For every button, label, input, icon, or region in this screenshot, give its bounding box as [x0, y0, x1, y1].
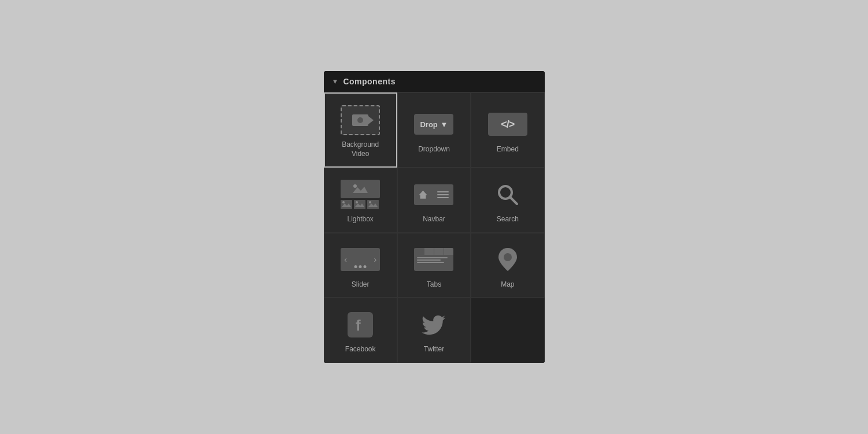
twitter-icon: [413, 309, 454, 340]
components-panel: ▼ Components BackgroundVideo Drop ▼: [324, 71, 545, 363]
facebook-icon: f: [340, 309, 381, 340]
svg-rect-3: [341, 200, 352, 209]
component-map[interactable]: Map: [471, 233, 544, 298]
svg-point-2: [353, 184, 357, 188]
home-icon: [419, 191, 427, 199]
slider-label: Slider: [352, 280, 370, 290]
component-facebook[interactable]: f Facebook: [324, 298, 397, 363]
lightbox-main-svg: [349, 181, 371, 196]
collapse-arrow-icon[interactable]: ▼: [332, 77, 339, 86]
panel-title: Components: [343, 77, 396, 86]
component-embed[interactable]: </> Embed: [471, 92, 544, 168]
svg-rect-6: [354, 200, 365, 209]
svg-point-14: [504, 253, 512, 261]
component-tabs[interactable]: Tabs: [397, 233, 471, 298]
panel-header: ▼ Components: [324, 71, 545, 92]
embed-icon: </>: [487, 109, 528, 140]
component-search[interactable]: Search: [471, 168, 544, 233]
component-background-video[interactable]: BackgroundVideo: [324, 92, 397, 168]
components-grid: BackgroundVideo Drop ▼ Dropdown </> Embe…: [324, 92, 545, 363]
search-icon: [495, 182, 520, 207]
map-label: Map: [501, 280, 514, 290]
component-navbar[interactable]: Navbar: [397, 168, 471, 233]
component-dropdown[interactable]: Drop ▼ Dropdown: [397, 92, 471, 168]
svg-rect-9: [367, 200, 379, 209]
svg-point-8: [356, 201, 358, 203]
svg-point-11: [369, 201, 371, 203]
component-lightbox[interactable]: Lightbox: [324, 168, 397, 233]
search-label: Search: [497, 215, 519, 224]
facebook-logo-icon: f: [348, 312, 373, 337]
svg-rect-0: [349, 181, 371, 196]
thumb2-svg: [354, 200, 365, 209]
navbar-icon: [413, 179, 454, 210]
embed-label: Embed: [497, 145, 519, 154]
twitter-label: Twitter: [424, 345, 444, 354]
background-video-icon: [340, 104, 381, 136]
svg-text:f: f: [356, 317, 361, 334]
search-icon-wrap: [487, 179, 528, 210]
map-icon-wrap: [487, 244, 528, 276]
facebook-label: Facebook: [345, 345, 376, 354]
svg-point-5: [342, 201, 345, 203]
map-pin-icon: [497, 247, 518, 272]
dropdown-icon: Drop ▼: [413, 109, 454, 140]
lightbox-label: Lightbox: [347, 215, 373, 224]
navbar-label: Navbar: [423, 215, 445, 224]
svg-line-13: [510, 197, 517, 204]
tabs-label: Tabs: [427, 280, 441, 290]
component-twitter[interactable]: Twitter: [397, 298, 471, 363]
dropdown-label: Dropdown: [418, 145, 450, 154]
background-video-label: BackgroundVideo: [342, 140, 379, 158]
twitter-bird-icon: [421, 312, 446, 337]
lightbox-icon: [340, 179, 381, 210]
thumb3-svg: [367, 200, 379, 209]
hamburger-icon: [437, 191, 449, 198]
component-slider[interactable]: ‹ › Slider: [324, 233, 397, 298]
slider-icon: ‹ ›: [340, 244, 381, 276]
tabs-icon: [413, 244, 454, 276]
empty-cell: [471, 298, 544, 363]
thumb1-svg: [341, 200, 352, 209]
